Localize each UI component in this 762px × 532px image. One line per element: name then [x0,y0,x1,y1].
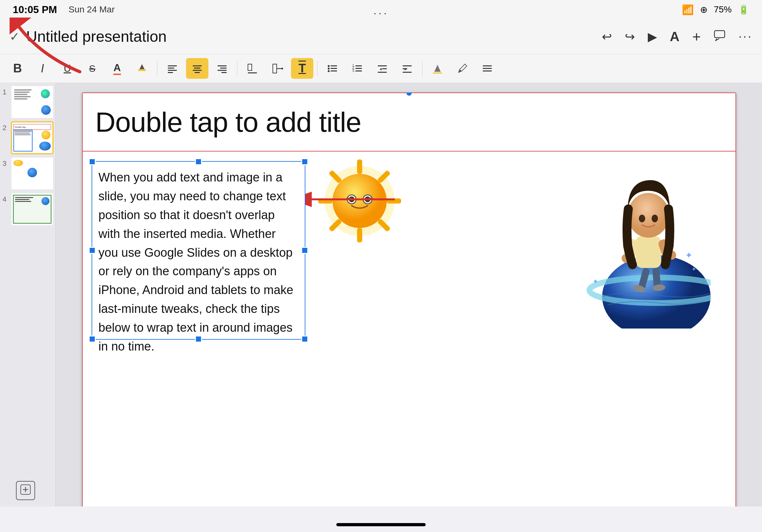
indent-less-button[interactable] [371,58,393,79]
slide-thumb-container-2: 2 Double tap... [3,122,53,154]
slides-panel: 1 2 [0,83,56,506]
svg-marker-32 [380,68,382,71]
strikethrough-button[interactable]: S [81,58,104,79]
handle-bottom-middle[interactable] [195,336,202,343]
svg-rect-20 [331,65,337,66]
svg-marker-18 [282,67,283,70]
slide-canvas[interactable]: Double tap to add title When you add tex… [82,93,736,506]
font-color-button[interactable]: A [106,58,128,79]
slide-thumbnail-3[interactable] [12,158,53,189]
svg-text:✦: ✦ [592,278,598,286]
svg-rect-47 [357,160,362,174]
handle-middle-left[interactable] [89,247,96,254]
svg-rect-48 [357,228,362,242]
svg-rect-64 [368,198,373,199]
handle-top-left[interactable] [89,158,96,165]
handle-bottom-right[interactable] [301,336,308,343]
slide-number-1: 1 [3,86,9,96]
handle-bottom-left[interactable] [89,336,96,343]
svg-rect-58 [356,199,363,200]
svg-rect-8 [193,70,202,71]
svg-rect-15 [248,72,257,73]
sun-image [315,156,404,245]
pencil-button[interactable] [451,58,474,79]
italic-button[interactable]: I [31,58,54,79]
redo-button[interactable]: ↪ [625,30,635,44]
bullet-list-button[interactable] [321,58,344,79]
numbered-list-button[interactable]: 1.2.3. [346,58,369,79]
align-bottom-button[interactable] [241,58,264,79]
svg-rect-9 [194,72,200,73]
header-actions: ↩ ↪ ▶ A + ··· [602,28,752,45]
highlight-button[interactable] [131,58,153,79]
slide-number-2: 2 [3,122,9,132]
indent-more-button[interactable] [396,58,418,79]
svg-rect-63 [346,198,352,199]
align-middle-button[interactable] [266,58,288,79]
fill-color-button[interactable] [426,58,449,79]
svg-rect-24 [331,71,337,71]
toolbar: B I U S A T 1.2.3. [0,54,762,83]
svg-rect-28 [355,68,362,69]
slide-thumbnail-4[interactable] [12,193,53,225]
svg-point-19 [328,65,330,67]
text-content[interactable]: When you add text and image in a slide, … [99,168,298,356]
svg-rect-10 [218,65,227,66]
slide-thumb-container-3: 3 [3,158,53,189]
svg-rect-33 [382,68,387,69]
svg-rect-6 [193,65,202,66]
slide-title-area[interactable]: Double tap to add title [82,93,736,152]
sun-svg [315,156,404,245]
status-date: Sun 24 Mar [69,4,115,15]
svg-rect-2 [168,65,177,66]
handle-top-right[interactable] [301,158,308,165]
undo-button[interactable]: ↩ [602,30,612,44]
svg-rect-35 [403,65,412,66]
slide-title[interactable]: Double tap to add title [95,106,361,138]
svg-rect-50 [387,198,401,204]
svg-rect-3 [168,68,174,69]
add-slide-button[interactable] [16,481,35,500]
add-button[interactable]: + [692,28,701,45]
align-right-button[interactable] [211,58,233,79]
handle-top-middle[interactable] [195,158,202,165]
home-bar [336,523,426,526]
svg-point-77 [628,193,669,237]
align-center-button[interactable] [186,58,208,79]
text-format-button[interactable]: A [670,29,679,44]
svg-rect-1 [138,69,146,71]
svg-rect-14 [248,64,252,71]
battery-label: 75% [714,4,732,15]
svg-rect-0 [715,31,725,37]
status-bar: 10:05 PM Sun 24 Mar ··· 📶 ⊕ 75% 🔋 [0,0,762,19]
svg-rect-16 [273,64,277,73]
underline-button[interactable]: U [56,58,79,79]
comment-button[interactable] [714,29,725,44]
canvas-area[interactable]: Double tap to add title When you add tex… [56,83,762,506]
presentation-title[interactable]: Untitled presentation [26,28,602,45]
svg-point-78 [639,215,645,222]
header-bar: ✓ Untitled presentation ↩ ↪ ▶ A + ··· [0,19,762,54]
status-time: 10:05 PM [13,4,57,16]
align-left-button[interactable] [161,58,184,79]
svg-rect-4 [168,70,177,71]
bold-button[interactable]: B [6,58,29,79]
svg-rect-38 [403,72,412,73]
handle-middle-right[interactable] [301,247,308,254]
signal-icon: ⊕ [700,4,708,15]
svg-rect-39 [433,72,442,74]
more-format-button[interactable] [476,58,498,79]
text-box[interactable]: When you add text and image in a slide, … [92,161,305,340]
text-fit-button[interactable]: T [291,58,313,79]
slide-thumb-container-4: 4 [3,193,53,225]
character-svg: ✦ ✦ ✦ [576,163,711,328]
slide-thumbnail-2[interactable]: Double tap... [12,122,53,154]
slide-thumb-container-1: 1 [3,86,53,118]
check-icon[interactable]: ✓ [10,30,20,44]
more-options-button[interactable]: ··· [738,30,752,43]
svg-point-79 [651,215,658,222]
svg-rect-22 [331,68,337,69]
play-button[interactable]: ▶ [648,30,657,44]
slide-thumbnail-1[interactable] [12,86,53,118]
svg-rect-71 [636,236,661,268]
